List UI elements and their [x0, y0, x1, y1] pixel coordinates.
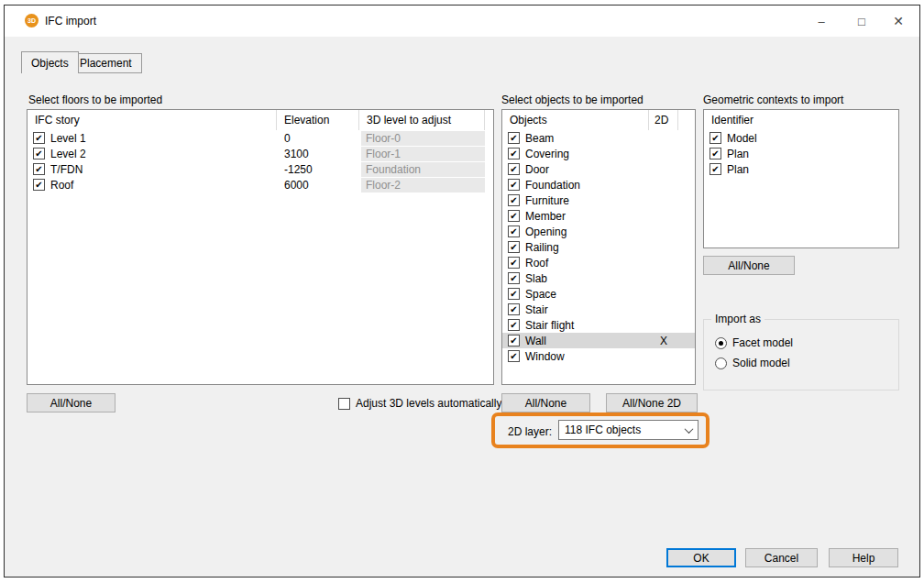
object-label: Foundation: [525, 179, 580, 192]
import-as-label: Import as: [711, 313, 764, 325]
column-header-elevation: Elevation: [277, 110, 359, 130]
context-label: Plan: [727, 163, 749, 176]
object-row: ✔Foundation: [502, 177, 695, 192]
object-label: Stair flight: [525, 319, 574, 332]
floor-row: ✔Level 10Floor-0: [28, 130, 493, 146]
floor-story-label: Level 1: [50, 132, 86, 145]
object-checkbox[interactable]: ✔: [508, 194, 520, 206]
object-checkbox[interactable]: ✔: [508, 335, 520, 346]
radio-label: Facet model: [732, 336, 793, 349]
object-label: Wall: [525, 335, 546, 347]
object-checkbox[interactable]: ✔: [508, 319, 520, 331]
object-checkbox[interactable]: ✔: [508, 350, 520, 362]
2d-layer-combobox[interactable]: 118 IFC objects: [558, 420, 698, 440]
context-row: ✔Model: [704, 130, 898, 146]
floor-checkbox[interactable]: ✔: [33, 132, 45, 144]
title-bar: 3D IFC import – □ ✕: [5, 6, 919, 37]
object-checkbox[interactable]: ✔: [508, 148, 520, 160]
object-checkbox[interactable]: ✔: [508, 179, 520, 191]
object-checkbox[interactable]: ✔: [508, 272, 520, 284]
context-label: Plan: [727, 148, 749, 160]
object-label: Opening: [525, 226, 566, 238]
object-checkbox[interactable]: ✔: [508, 303, 520, 315]
floor-3d-level-cell[interactable]: Floor-2: [361, 178, 485, 192]
object-label: Space: [525, 288, 556, 301]
floor-elevation: -1250: [277, 163, 359, 176]
tab-placement[interactable]: Placement: [70, 53, 142, 73]
2d-layer-label: 2D layer:: [508, 425, 552, 438]
column-header-2d: 2D: [649, 110, 678, 130]
column-header-3d-level: 3D level to adjust: [359, 110, 485, 130]
floor-elevation: 6000: [277, 179, 359, 192]
object-checkbox[interactable]: ✔: [508, 288, 520, 300]
adjust-3d-levels-label: Adjust 3D levels automatically: [356, 397, 501, 410]
checkbox-icon: [338, 398, 350, 410]
objects-all-none-2d-button[interactable]: All/None 2D: [606, 393, 698, 412]
contexts-all-none-button[interactable]: All/None: [703, 256, 795, 275]
object-row: ✔Beam: [502, 130, 695, 146]
adjust-3d-levels-checkbox[interactable]: Adjust 3D levels automatically: [338, 397, 501, 410]
floor-row: ✔Roof6000Floor-2: [28, 177, 493, 192]
floor-3d-level-cell[interactable]: Foundation: [361, 162, 485, 177]
object-checkbox[interactable]: ✔: [508, 132, 520, 144]
ok-button[interactable]: OK: [666, 548, 736, 567]
object-row: ✔Member: [502, 208, 695, 224]
close-icon[interactable]: ✕: [885, 10, 912, 32]
tab-objects[interactable]: Objects: [21, 51, 79, 73]
import-as-option[interactable]: Solid model: [704, 353, 898, 373]
context-label: Model: [727, 132, 757, 145]
context-checkbox[interactable]: ✔: [710, 148, 721, 160]
object-label: Beam: [525, 132, 554, 145]
object-label: Roof: [525, 257, 548, 270]
object-row: ✔Slab: [502, 270, 695, 286]
floor-story-label: T/FDN: [50, 163, 82, 176]
floor-3d-level-cell[interactable]: Floor-0: [361, 131, 485, 146]
radio-icon: [715, 358, 727, 369]
floor-row: ✔T/FDN-1250Foundation: [28, 161, 493, 177]
objects-all-none-button[interactable]: All/None: [501, 393, 590, 412]
radio-icon: [715, 337, 727, 349]
2d-layer-value: 118 IFC objects: [565, 424, 641, 436]
object-row: ✔Stair flight: [502, 317, 695, 333]
floor-checkbox[interactable]: ✔: [33, 163, 45, 175]
object-row: ✔Door: [502, 161, 695, 177]
floors-table[interactable]: IFC story Elevation 3D level to adjust ✔…: [27, 109, 494, 385]
window-title: IFC import: [45, 15, 96, 28]
context-checkbox[interactable]: ✔: [710, 132, 721, 144]
object-checkbox[interactable]: ✔: [508, 257, 520, 269]
app-icon: 3D: [25, 14, 38, 28]
object-checkbox[interactable]: ✔: [508, 163, 520, 175]
object-checkbox[interactable]: ✔: [508, 241, 520, 253]
import-as-option[interactable]: Facet model: [704, 333, 898, 353]
object-checkbox[interactable]: ✔: [508, 210, 520, 222]
column-header-objects: Objects: [502, 110, 649, 130]
floors-table-header: IFC story Elevation 3D level to adjust: [28, 110, 493, 130]
cancel-button[interactable]: Cancel: [745, 548, 818, 567]
chevron-down-icon: [679, 421, 698, 439]
object-row: ✔Furniture: [502, 192, 695, 208]
column-header-identifier: Identifier: [704, 110, 851, 130]
object-row: ✔Space: [502, 286, 695, 302]
object-2d-flag: X: [649, 335, 678, 347]
contexts-rows: ✔Model✔Plan✔Plan: [704, 130, 898, 177]
minimize-icon[interactable]: –: [808, 10, 835, 32]
maximize-icon[interactable]: □: [848, 10, 875, 32]
object-row: ✔Window: [502, 348, 695, 364]
contexts-list[interactable]: Identifier ✔Model✔Plan✔Plan: [703, 109, 899, 248]
context-checkbox[interactable]: ✔: [710, 163, 721, 175]
floor-elevation: 3100: [277, 148, 359, 160]
floors-rows: ✔Level 10Floor-0✔Level 23100Floor-1✔T/FD…: [28, 130, 493, 192]
floors-all-none-button[interactable]: All/None: [27, 393, 116, 412]
help-button[interactable]: Help: [829, 548, 898, 567]
floor-story-label: Level 2: [50, 148, 86, 160]
contexts-section-label: Geometric contexts to import: [703, 94, 843, 106]
object-row: ✔Stair: [502, 302, 695, 317]
floor-3d-level-cell[interactable]: Floor-1: [361, 147, 485, 161]
objects-list-header: Objects 2D: [502, 110, 695, 130]
objects-list[interactable]: Objects 2D ✔Beam✔Covering✔Door✔Foundatio…: [501, 109, 696, 385]
floor-checkbox[interactable]: ✔: [33, 179, 45, 191]
object-label: Window: [525, 350, 565, 363]
floor-checkbox[interactable]: ✔: [33, 148, 45, 160]
object-label: Covering: [525, 148, 569, 160]
object-checkbox[interactable]: ✔: [508, 226, 520, 237]
